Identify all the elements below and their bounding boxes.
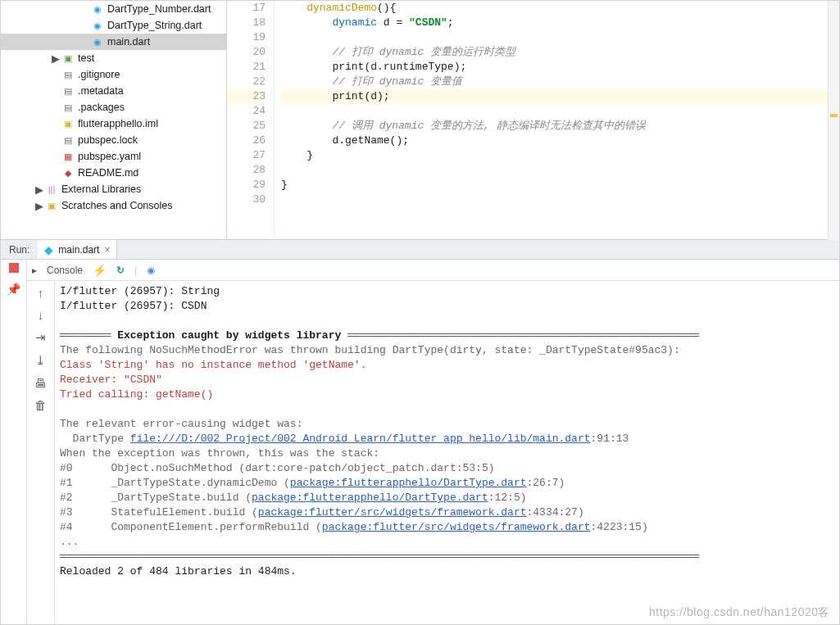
tree-item-test[interactable]: ▶▣test [1,50,226,66]
line-number: 20 [227,45,266,60]
tree-item-darttype-number-dart[interactable]: ◉DartType_Number.dart [1,1,226,17]
tree-item-darttype-string-dart[interactable]: ◉DartType_String.dart [1,17,226,34]
tree-item-label: README.md [78,167,138,179]
console-line: ════════════════════════════════════════… [60,550,834,564]
file-icon: ▤ [61,84,75,97]
file-icon: ▤ [61,68,75,81]
console-line: Class 'String' has no instance method 'g… [60,358,834,373]
line-number: 28 [227,163,266,178]
project-tree[interactable]: ◉DartType_Number.dart◉DartType_String.da… [1,1,227,239]
line-number: 29 [227,178,266,192]
debug-icon[interactable]: ▸ [32,265,37,276]
flutter-icon: ◆ [44,243,53,256]
code-line[interactable] [281,30,839,45]
folder-icon: ▣ [61,52,75,65]
tree-item-external-libraries[interactable]: ▶|||External Libraries [1,181,226,197]
expand-arrow-icon[interactable]: ▶ [34,200,45,212]
tree-item--packages[interactable]: ▤.packages [1,99,226,115]
stack-link[interactable]: package:flutter/src/widgets/framework.da… [258,506,527,519]
console-toolbar: ▸ Console ⚡ ↻ | ◉ [27,260,839,281]
console-line: Receiver: "CSDN" [60,373,834,387]
line-number: 21 [227,60,266,75]
tree-item-label: .gitignore [78,69,120,80]
wrap-icon[interactable]: ⇥ [35,330,46,345]
tree-item-pubspec-lock[interactable]: ▤pubspec.lock [1,132,226,148]
warning-marker[interactable] [830,114,838,117]
line-number: 25 [227,119,266,134]
console-line: Tried calling: getName() [60,387,834,402]
scroll-end-icon[interactable]: ⤓ [35,353,46,368]
code-line[interactable]: // 打印 dynamic 变量的运行时类型 [281,45,839,60]
console-wrap: ↑ ↓ ⇥ ⤓ 🖶 🗑 I/flutter (26957): StringI/f… [27,281,839,624]
code-line[interactable]: dynamicDemo(){ [281,1,839,16]
code-editor[interactable]: dynamicDemo(){ dynamic d = "CSDN"; // 打印… [275,1,839,239]
tree-item--gitignore[interactable]: ▤.gitignore [1,66,226,83]
devtools-icon[interactable]: ◉ [147,265,155,276]
tree-item-label: External Libraries [61,183,141,195]
run-tab[interactable]: ◆ main.dart × [38,240,117,259]
code-line[interactable]: d.getName(); [281,134,839,148]
hot-reload-icon[interactable]: ⚡ [93,264,107,277]
file-icon: ▤ [61,134,75,147]
line-number: 23 [227,89,266,104]
tree-item-scratches-and-consoles[interactable]: ▶▣Scratches and Consoles [1,197,226,214]
trash-icon[interactable]: 🗑 [34,398,47,412]
pin-icon[interactable]: 📌 [7,283,20,296]
tree-item-flutterapphello-iml[interactable]: ▣flutterapphello.iml [1,115,226,132]
stop-button[interactable] [9,263,19,273]
code-line[interactable]: dynamic d = "CSDN"; [281,16,839,30]
editor-area: 1718192021222324252627282930 dynamicDemo… [227,1,839,239]
up-icon[interactable]: ↑ [38,286,44,300]
tree-item-label: .packages [78,102,125,113]
console-line: When the exception was thrown, this was … [60,446,834,461]
console-line: ... [60,535,834,550]
code-line[interactable]: // 打印 dynamic 变量值 [281,75,839,89]
line-number: 22 [227,75,266,89]
code-line[interactable] [281,104,839,119]
code-line[interactable]: } [281,178,839,192]
hot-restart-icon[interactable]: ↻ [116,265,125,276]
code-line[interactable]: // 调用 dynamic 变量的方法, 静态编译时无法检查其中的错误 [281,119,839,134]
file-icon: ▤ [61,101,75,114]
tree-item-label: flutterapphello.iml [78,118,158,129]
dart-file-icon: ◉ [91,19,104,32]
line-number: 18 [227,16,266,30]
console-line: Reloaded 2 of 484 libraries in 484ms. [60,564,834,579]
console-line: DartType file:///D:/002 Project/002 Andr… [60,432,834,446]
expand-arrow-icon[interactable]: ▶ [50,52,61,65]
tree-item-pubspec-yaml[interactable]: ▦pubspec.yaml [1,148,226,165]
line-number: 24 [227,104,266,119]
tree-item-label: DartType_String.dart [107,20,202,31]
tree-item-main-dart[interactable]: ◉main.dart [1,34,226,50]
console-line [60,402,834,417]
line-number: 30 [227,192,266,207]
tree-item--metadata[interactable]: ▤.metadata [1,83,226,99]
stack-link[interactable]: package:flutter/src/widgets/framework.da… [322,521,591,533]
run-panel-body: 📌 ▸ Console ⚡ ↻ | ◉ ↑ ↓ ⇥ ⤓ 🖶 🗑 [1,260,839,624]
console-output[interactable]: I/flutter (26957): StringI/flutter (2695… [55,281,839,624]
markdown-file-icon: ◆ [61,166,75,179]
expand-arrow-icon[interactable]: ▶ [34,183,45,196]
code-line[interactable] [281,163,839,178]
code-line[interactable]: } [281,148,839,163]
tree-item-readme-md[interactable]: ◆README.md [1,165,226,181]
down-icon[interactable]: ↓ [38,308,44,322]
print-icon[interactable]: 🖶 [34,376,47,390]
close-icon[interactable]: × [104,244,110,256]
stack-link[interactable]: package:flutterapphello/DartType.dart [290,477,527,489]
console-line [60,314,834,328]
stack-link[interactable]: file:///D:/002 Project/002 Android Learn… [130,433,591,445]
editor-scrollbar[interactable] [828,1,839,240]
console-line: #3 StatefulElement.build (package:flutte… [60,505,834,520]
tree-item-label: main.dart [107,36,150,48]
console-line: #2 _DartTypeState.build (package:flutter… [60,491,834,505]
code-line[interactable]: print(d); [281,89,839,104]
code-line[interactable] [281,192,839,207]
code-line[interactable]: print(d.runtimeType); [281,60,839,75]
console-left-toolbar: ↑ ↓ ⇥ ⤓ 🖶 🗑 [27,281,55,624]
tree-item-label: pubspec.lock [78,134,138,146]
stack-link[interactable]: package:flutterapphello/DartType.dart [252,491,488,504]
console-label[interactable]: Console [47,265,83,276]
tree-item-label: DartType_Number.dart [107,3,211,15]
console-line: #1 _DartTypeState.dynamicDemo (package:f… [60,476,834,491]
